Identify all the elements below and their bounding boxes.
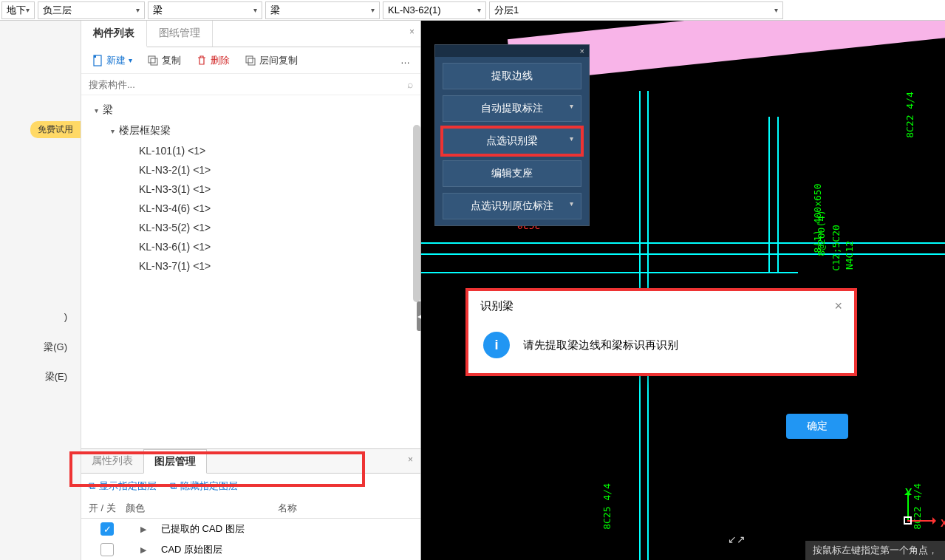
resize-icon: ↙↗	[728, 533, 746, 545]
layer-checkbox[interactable]	[100, 543, 114, 556]
dialog-title: 识别梁	[480, 299, 514, 313]
dialog-message: 请先提取梁边线和梁标识再识别	[523, 338, 678, 352]
component-panel: 构件列表 图纸管理 × 新建▾ 复制 删除	[81, 21, 421, 560]
component-dropdown[interactable]: KL-N3-62(1)	[383, 1, 486, 19]
svg-rect-2	[151, 58, 157, 65]
edit-support-button[interactable]: 编辑支座	[443, 160, 581, 187]
info-icon: i	[483, 332, 510, 358]
tree-item[interactable]: KL-N3-6(1) <1>	[81, 237, 420, 256]
layer-copy-icon	[245, 55, 256, 66]
tab-layer-mgmt[interactable]: 图层管理	[143, 449, 207, 474]
svg-rect-3	[246, 56, 253, 63]
trash-icon	[196, 55, 208, 66]
layers-icon: ⧉	[89, 480, 95, 492]
recognize-beam-dialog: 识别梁 × i 请先提取梁边线和梁标识再识别	[465, 288, 857, 376]
scrollbar-thumb[interactable]	[413, 125, 420, 302]
axis-y-label: Y	[905, 486, 912, 498]
nav-item-3[interactable]: 梁(E)	[39, 368, 73, 386]
cad-annotation: N4C12	[844, 241, 855, 270]
filter-bar: 地下 负三层 梁 梁 KL-N3-62(1) 分层1	[0, 0, 945, 21]
panel-close-icon[interactable]: ×	[403, 21, 420, 47]
expand-icon[interactable]: ▶	[126, 545, 161, 555]
nav-item-1[interactable]: )	[58, 309, 73, 324]
component-toolbar: 新建▾ 复制 删除 层间复制 …	[81, 47, 420, 74]
svg-rect-1	[149, 56, 155, 63]
expand-icon[interactable]: ▶	[126, 525, 161, 534]
more-button[interactable]: …	[395, 52, 416, 69]
component-tree: ▾梁 ▾楼层框架梁 KL-101(1) <1> KL-N3-2(1) <1> K…	[81, 95, 420, 448]
hide-layer-button[interactable]: ⧉ 隐藏指定图层	[170, 479, 238, 493]
svg-rect-4	[248, 58, 255, 65]
cad-line	[421, 272, 798, 273]
copy-button[interactable]: 复制	[141, 51, 187, 70]
cad-annotation: 8C25 4/4	[601, 483, 613, 530]
status-hint: 按鼠标左键指定第一个角点，	[813, 544, 938, 556]
layers-icon: ⧉	[170, 480, 177, 492]
layer-table-header: 开 / 关 颜色 名称	[81, 499, 420, 519]
point-select-original-label-button[interactable]: 点选识别原位标注	[443, 193, 581, 219]
tree-item[interactable]: KL-N3-7(1) <1>	[81, 256, 420, 276]
tree-item[interactable]: KL-N3-2(1) <1>	[81, 160, 420, 180]
cad-line	[768, 117, 770, 272]
axis-origin	[904, 516, 912, 525]
category-dropdown-1[interactable]: 梁	[148, 1, 262, 19]
layer-copy-button[interactable]: 层间复制	[239, 51, 304, 70]
ok-button[interactable]: 确定	[786, 414, 848, 439]
tree-item[interactable]: KL-N3-3(1) <1>	[81, 180, 420, 199]
toolbar-close-icon[interactable]: ×	[435, 45, 589, 57]
cad-annotation: C12;5C20	[830, 225, 842, 271]
status-bar: ↙↗ 按鼠标左键指定第一个角点，	[805, 541, 945, 560]
tab-drawing-mgmt[interactable]: 图纸管理	[147, 21, 213, 47]
floor-dropdown[interactable]: 负三层	[38, 1, 145, 19]
scope-dropdown[interactable]: 地下	[1, 1, 35, 19]
layer-row-original[interactable]: ▶ CAD 原始图层	[81, 539, 420, 560]
axis-x-label: X	[941, 517, 945, 529]
dialog-close-icon[interactable]: ×	[834, 298, 842, 314]
bottom-panel-close-icon[interactable]: ×	[400, 449, 420, 473]
tab-component-list[interactable]: 构件列表	[81, 21, 147, 47]
cad-line	[421, 242, 945, 244]
left-nav-strip: 免费试用 ) 梁(G) 梁(E)	[0, 21, 81, 560]
tree-sub-frame-beam[interactable]: ▾楼层框架梁	[81, 120, 420, 141]
tree-item[interactable]: KL-N3-4(6) <1>	[81, 199, 420, 218]
cad-annotation: 8@200(4)	[816, 210, 827, 256]
new-icon	[92, 55, 103, 66]
show-layer-button[interactable]: ⧉ 显示指定图层	[89, 479, 157, 493]
nav-item-2[interactable]: 梁(G)	[38, 338, 73, 356]
tree-item[interactable]: KL-N3-5(2) <1>	[81, 218, 420, 237]
tree-item[interactable]: KL-101(1) <1>	[81, 141, 420, 160]
delete-button[interactable]: 删除	[190, 51, 236, 70]
layer-dropdown[interactable]: 分层1	[489, 1, 783, 19]
new-button[interactable]: 新建▾	[86, 51, 138, 70]
cad-annotation: 8C22 4/4	[904, 92, 915, 138]
copy-icon	[147, 55, 159, 66]
cad-annotation: 8C22 4/4	[912, 483, 923, 530]
tree-root-beam[interactable]: ▾梁	[81, 100, 420, 120]
layer-checkbox[interactable]: ✓	[100, 522, 114, 536]
layer-row-extracted[interactable]: ✓ ▶ 已提取的 CAD 图层	[81, 519, 420, 539]
auto-extract-label-button[interactable]: 自动提取标注	[443, 95, 581, 122]
category-dropdown-2[interactable]: 梁	[265, 1, 380, 19]
search-input[interactable]	[89, 79, 407, 90]
free-trial-badge[interactable]: 免费试用	[30, 121, 81, 138]
recognition-toolbar: × 提取边线 自动提取标注 点选识别梁 编辑支座 点选识别原位标注	[434, 44, 590, 226]
tab-property-list[interactable]: 属性列表	[81, 449, 143, 473]
search-icon[interactable]: ⌕	[407, 78, 413, 90]
cad-line	[421, 253, 945, 255]
cad-line	[777, 117, 779, 272]
extract-edge-button[interactable]: 提取边线	[443, 63, 581, 89]
point-select-recognize-button[interactable]: 点选识别梁	[443, 128, 581, 154]
